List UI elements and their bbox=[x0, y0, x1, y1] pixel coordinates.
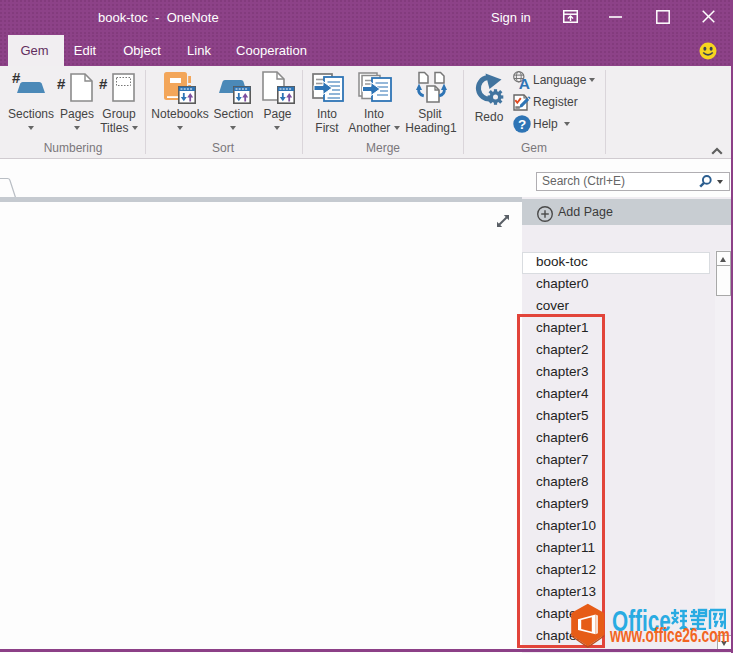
svg-text:?: ? bbox=[518, 117, 526, 132]
svg-text:A: A bbox=[519, 75, 530, 91]
